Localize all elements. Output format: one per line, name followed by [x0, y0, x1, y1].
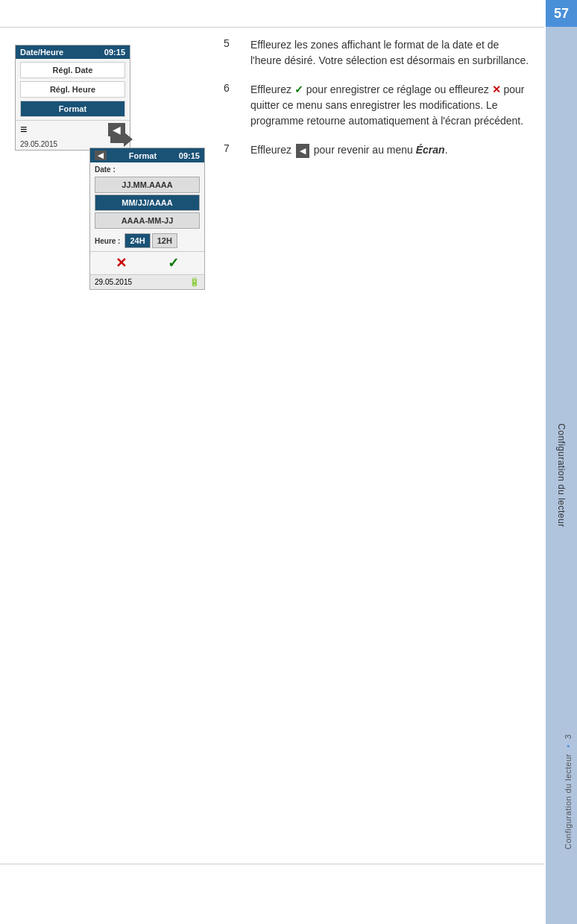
device-bottom-icon: ≡: [20, 123, 27, 136]
step-text-5: Effleurez les zones affichant le format …: [250, 37, 529, 69]
format-hour-label: Heure :: [95, 237, 120, 245]
main-content: Date/Heure 09:15 Régl. Date Régl. Heure …: [0, 37, 544, 171]
bottom-divider: [0, 864, 544, 864]
format-time: 09:15: [179, 151, 200, 160]
instruction-step-5: 5 Effleurez les zones affichant le forma…: [224, 37, 529, 69]
format-hour-section: Heure : 24H 12H: [90, 230, 204, 251]
format-date-option-1[interactable]: JJ.MM.AAAA: [95, 177, 200, 193]
ecran-menu-label: Écran: [416, 144, 445, 156]
format-date-label: Date :: [90, 162, 204, 175]
step-number-5: 5: [224, 37, 236, 69]
back-button-icon: ◀: [296, 144, 309, 158]
format-hour-24h[interactable]: 24H: [124, 233, 150, 248]
format-action-bar: ✕ ✓: [90, 251, 204, 274]
format-bottom-date: 29.05.2015: [95, 278, 132, 286]
step-number-6: 6: [224, 82, 236, 129]
format-bottom-bar: 29.05.2015 🔋: [90, 274, 204, 289]
arrow-icon: [110, 132, 133, 149]
device-title: Date/Heure: [20, 48, 63, 57]
menu-item-regl-date[interactable]: Régl. Date: [20, 62, 125, 78]
format-title: Format: [129, 151, 157, 160]
bottom-sidebar-label: Configuration du lecteur ▪ 3: [564, 734, 573, 849]
step-text-7: Effleurez ◀ pour revenir au menu Écran.: [250, 142, 448, 158]
top-divider: [0, 27, 544, 28]
svg-marker-0: [110, 132, 133, 147]
menu-item-format[interactable]: Format: [20, 101, 125, 117]
format-date-option-3[interactable]: AAAA-MM-JJ: [95, 212, 200, 229]
instruction-step-7: 7 Effleurez ◀ pour revenir au menu Écran…: [224, 142, 529, 158]
format-hour-12h[interactable]: 12H: [152, 233, 177, 248]
cancel-button[interactable]: ✕: [116, 255, 127, 271]
step-number-7: 7: [224, 142, 236, 158]
page-number: 57: [546, 0, 577, 27]
instruction-step-6: 6 Effleurez ✓ pour enregistrer ce réglag…: [224, 82, 529, 129]
format-date-option-2[interactable]: MM/JJ/AAAA: [95, 194, 200, 211]
format-panel: ◀ Format 09:15 Date : JJ.MM.AAAA MM/JJ/A…: [89, 148, 205, 290]
check-icon: ✓: [294, 83, 303, 95]
device-panel: Date/Heure 09:15 Régl. Date Régl. Heure …: [0, 37, 201, 171]
x-icon: ✕: [492, 83, 501, 95]
menu-item-regl-heure[interactable]: Régl. Heure: [20, 81, 125, 98]
format-battery-icon: 🔋: [189, 277, 200, 287]
format-back-button[interactable]: ◀: [95, 151, 107, 160]
bullet: ▪: [564, 741, 573, 751]
confirm-button[interactable]: ✓: [168, 255, 179, 271]
device-title-bar: Date/Heure 09:15: [16, 45, 130, 59]
device-time: 09:15: [104, 48, 125, 57]
instructions-panel: 5 Effleurez les zones affichant le forma…: [201, 37, 544, 171]
step-text-6: Effleurez ✓ pour enregistrer ce réglage …: [250, 82, 529, 129]
format-title-bar: ◀ Format 09:15: [90, 148, 204, 162]
